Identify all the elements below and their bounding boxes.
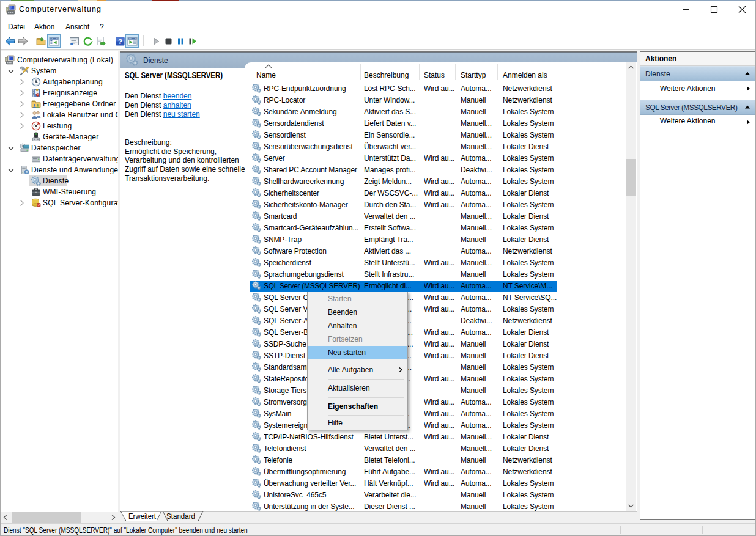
svg-text:Standard: Standard: [166, 512, 195, 521]
svg-text:?: ?: [118, 38, 122, 45]
svg-text:Erweitert: Erweitert: [128, 512, 157, 521]
